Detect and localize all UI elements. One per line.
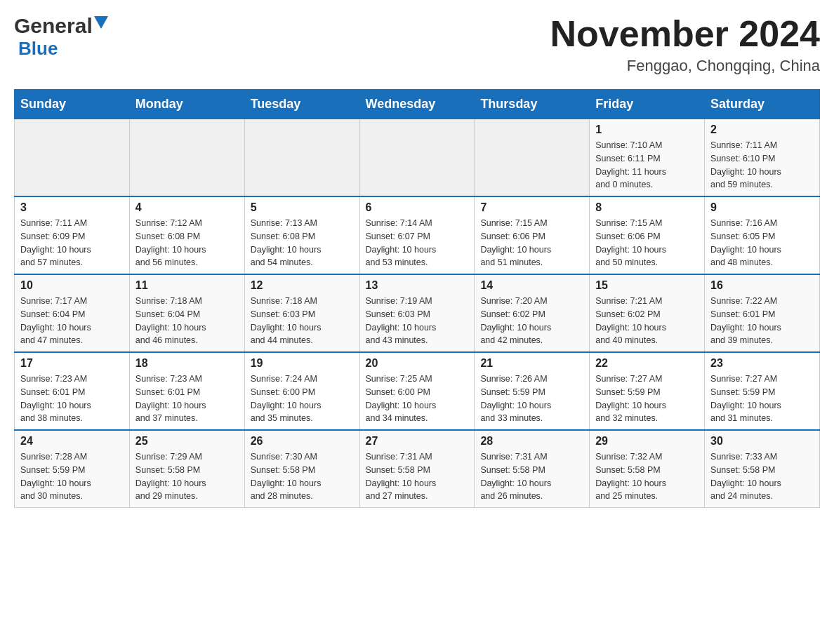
day-number: 21 bbox=[480, 357, 583, 370]
day-info: Sunrise: 7:17 AMSunset: 6:04 PMDaylight:… bbox=[20, 295, 124, 347]
table-cell: 10Sunrise: 7:17 AMSunset: 6:04 PMDayligh… bbox=[15, 274, 130, 352]
table-cell: 23Sunrise: 7:27 AMSunset: 5:59 PMDayligh… bbox=[705, 352, 820, 430]
day-number: 18 bbox=[135, 357, 239, 370]
day-info: Sunrise: 7:15 AMSunset: 6:06 PMDaylight:… bbox=[480, 217, 583, 269]
calendar-table: Sunday Monday Tuesday Wednesday Thursday… bbox=[14, 89, 820, 508]
header-wednesday: Wednesday bbox=[359, 90, 475, 119]
day-info: Sunrise: 7:20 AMSunset: 6:02 PMDaylight:… bbox=[480, 295, 583, 347]
day-info: Sunrise: 7:33 AMSunset: 5:58 PMDaylight:… bbox=[710, 450, 814, 503]
table-cell: 1Sunrise: 7:10 AMSunset: 6:11 PMDaylight… bbox=[590, 119, 705, 197]
weekday-header-row: Sunday Monday Tuesday Wednesday Thursday… bbox=[15, 90, 820, 119]
day-info: Sunrise: 7:10 AMSunset: 6:11 PMDaylight:… bbox=[595, 139, 699, 192]
logo-blue-text: Blue bbox=[18, 38, 58, 59]
day-number: 6 bbox=[366, 201, 469, 214]
table-cell: 7Sunrise: 7:15 AMSunset: 6:06 PMDaylight… bbox=[475, 196, 590, 274]
table-cell: 26Sunrise: 7:30 AMSunset: 5:58 PMDayligh… bbox=[244, 430, 359, 508]
day-number: 23 bbox=[710, 357, 814, 370]
table-cell: 24Sunrise: 7:28 AMSunset: 5:59 PMDayligh… bbox=[15, 430, 130, 508]
table-cell bbox=[15, 119, 130, 197]
day-number: 8 bbox=[595, 201, 699, 214]
header-sunday: Sunday bbox=[15, 90, 130, 119]
table-cell: 9Sunrise: 7:16 AMSunset: 6:05 PMDaylight… bbox=[705, 196, 820, 274]
day-info: Sunrise: 7:30 AMSunset: 5:58 PMDaylight:… bbox=[251, 450, 354, 503]
day-number: 3 bbox=[20, 201, 124, 214]
logo-general-text: General bbox=[14, 14, 93, 38]
day-number: 5 bbox=[251, 201, 354, 214]
day-number: 28 bbox=[480, 435, 583, 448]
day-number: 30 bbox=[710, 435, 814, 448]
table-cell: 15Sunrise: 7:21 AMSunset: 6:02 PMDayligh… bbox=[590, 274, 705, 352]
header-friday: Friday bbox=[590, 90, 705, 119]
page-header: General Blue November 2024 Fenggao, Chon… bbox=[14, 14, 820, 75]
table-cell: 20Sunrise: 7:25 AMSunset: 6:00 PMDayligh… bbox=[359, 352, 475, 430]
day-number: 13 bbox=[366, 279, 469, 292]
day-info: Sunrise: 7:32 AMSunset: 5:58 PMDaylight:… bbox=[595, 450, 699, 503]
table-cell: 16Sunrise: 7:22 AMSunset: 6:01 PMDayligh… bbox=[705, 274, 820, 352]
day-info: Sunrise: 7:13 AMSunset: 6:08 PMDaylight:… bbox=[251, 217, 354, 269]
table-cell: 22Sunrise: 7:27 AMSunset: 5:59 PMDayligh… bbox=[590, 352, 705, 430]
day-info: Sunrise: 7:11 AMSunset: 6:10 PMDaylight:… bbox=[710, 139, 814, 192]
day-number: 2 bbox=[710, 123, 814, 136]
day-number: 16 bbox=[710, 279, 814, 292]
day-info: Sunrise: 7:18 AMSunset: 6:03 PMDaylight:… bbox=[251, 295, 354, 347]
header-thursday: Thursday bbox=[475, 90, 590, 119]
table-cell: 14Sunrise: 7:20 AMSunset: 6:02 PMDayligh… bbox=[475, 274, 590, 352]
day-info: Sunrise: 7:31 AMSunset: 5:58 PMDaylight:… bbox=[480, 450, 583, 503]
day-number: 29 bbox=[595, 435, 699, 448]
day-info: Sunrise: 7:23 AMSunset: 6:01 PMDaylight:… bbox=[20, 373, 124, 425]
logo: General Blue bbox=[14, 14, 108, 60]
day-info: Sunrise: 7:21 AMSunset: 6:02 PMDaylight:… bbox=[595, 295, 699, 347]
day-info: Sunrise: 7:23 AMSunset: 6:01 PMDaylight:… bbox=[135, 373, 239, 425]
logo-arrow-icon bbox=[94, 16, 108, 33]
table-cell: 4Sunrise: 7:12 AMSunset: 6:08 PMDaylight… bbox=[129, 196, 244, 274]
day-number: 25 bbox=[135, 435, 239, 448]
table-cell: 25Sunrise: 7:29 AMSunset: 5:58 PMDayligh… bbox=[129, 430, 244, 508]
day-number: 10 bbox=[20, 279, 124, 292]
week-row-1: 1Sunrise: 7:10 AMSunset: 6:11 PMDaylight… bbox=[15, 119, 820, 197]
day-info: Sunrise: 7:15 AMSunset: 6:06 PMDaylight:… bbox=[595, 217, 699, 269]
day-number: 9 bbox=[710, 201, 814, 214]
day-number: 24 bbox=[20, 435, 124, 448]
table-cell: 27Sunrise: 7:31 AMSunset: 5:58 PMDayligh… bbox=[359, 430, 475, 508]
header-saturday: Saturday bbox=[705, 90, 820, 119]
day-number: 20 bbox=[366, 357, 469, 370]
day-info: Sunrise: 7:28 AMSunset: 5:59 PMDaylight:… bbox=[20, 450, 124, 503]
table-cell bbox=[475, 119, 590, 197]
week-row-2: 3Sunrise: 7:11 AMSunset: 6:09 PMDaylight… bbox=[15, 196, 820, 274]
table-cell: 8Sunrise: 7:15 AMSunset: 6:06 PMDaylight… bbox=[590, 196, 705, 274]
day-info: Sunrise: 7:26 AMSunset: 5:59 PMDaylight:… bbox=[480, 373, 583, 425]
table-cell: 11Sunrise: 7:18 AMSunset: 6:04 PMDayligh… bbox=[129, 274, 244, 352]
day-number: 7 bbox=[480, 201, 583, 214]
table-cell: 19Sunrise: 7:24 AMSunset: 6:00 PMDayligh… bbox=[244, 352, 359, 430]
day-number: 22 bbox=[595, 357, 699, 370]
month-year-title: November 2024 bbox=[550, 14, 820, 54]
day-info: Sunrise: 7:18 AMSunset: 6:04 PMDaylight:… bbox=[135, 295, 239, 347]
day-number: 19 bbox=[251, 357, 354, 370]
table-cell: 21Sunrise: 7:26 AMSunset: 5:59 PMDayligh… bbox=[475, 352, 590, 430]
day-info: Sunrise: 7:12 AMSunset: 6:08 PMDaylight:… bbox=[135, 217, 239, 269]
table-cell: 6Sunrise: 7:14 AMSunset: 6:07 PMDaylight… bbox=[359, 196, 475, 274]
day-info: Sunrise: 7:27 AMSunset: 5:59 PMDaylight:… bbox=[595, 373, 699, 425]
table-cell: 12Sunrise: 7:18 AMSunset: 6:03 PMDayligh… bbox=[244, 274, 359, 352]
header-tuesday: Tuesday bbox=[244, 90, 359, 119]
table-cell: 28Sunrise: 7:31 AMSunset: 5:58 PMDayligh… bbox=[475, 430, 590, 508]
day-number: 26 bbox=[251, 435, 354, 448]
table-cell: 5Sunrise: 7:13 AMSunset: 6:08 PMDaylight… bbox=[244, 196, 359, 274]
day-info: Sunrise: 7:22 AMSunset: 6:01 PMDaylight:… bbox=[710, 295, 814, 347]
day-number: 27 bbox=[366, 435, 469, 448]
day-number: 1 bbox=[595, 123, 699, 136]
table-cell bbox=[359, 119, 475, 197]
day-number: 17 bbox=[20, 357, 124, 370]
svg-marker-0 bbox=[94, 16, 108, 29]
day-info: Sunrise: 7:29 AMSunset: 5:58 PMDaylight:… bbox=[135, 450, 239, 503]
day-info: Sunrise: 7:11 AMSunset: 6:09 PMDaylight:… bbox=[20, 217, 124, 269]
day-number: 15 bbox=[595, 279, 699, 292]
day-info: Sunrise: 7:19 AMSunset: 6:03 PMDaylight:… bbox=[366, 295, 469, 347]
title-section: November 2024 Fenggao, Chongqing, China bbox=[550, 14, 820, 75]
table-cell: 29Sunrise: 7:32 AMSunset: 5:58 PMDayligh… bbox=[590, 430, 705, 508]
week-row-4: 17Sunrise: 7:23 AMSunset: 6:01 PMDayligh… bbox=[15, 352, 820, 430]
day-info: Sunrise: 7:16 AMSunset: 6:05 PMDaylight:… bbox=[710, 217, 814, 269]
day-info: Sunrise: 7:25 AMSunset: 6:00 PMDaylight:… bbox=[366, 373, 469, 425]
table-cell bbox=[129, 119, 244, 197]
week-row-5: 24Sunrise: 7:28 AMSunset: 5:59 PMDayligh… bbox=[15, 430, 820, 508]
